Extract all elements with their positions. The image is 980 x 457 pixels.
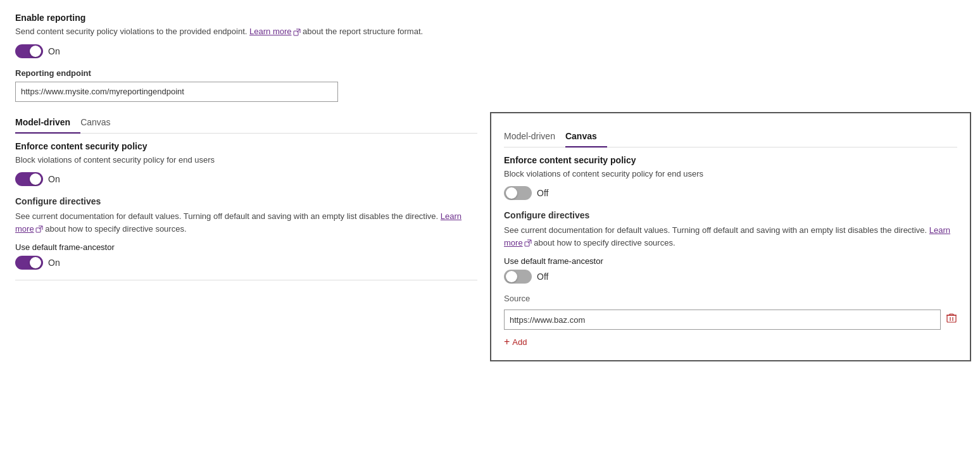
left-configure-title: Configure directives [15, 196, 477, 206]
right-configure-desc-end: about how to specify directive sources. [532, 238, 675, 247]
left-enforce-csp: Enforce content security policy Block vi… [15, 141, 477, 187]
right-source-section: Source + Add [504, 294, 957, 347]
enable-reporting-toggle-row: On [15, 44, 965, 58]
reporting-endpoint-input[interactable] [15, 82, 338, 102]
left-use-default-toggle[interactable] [15, 256, 43, 270]
right-enforce-csp-toggle[interactable] [504, 186, 532, 200]
add-plus-icon: + [504, 336, 510, 347]
left-configure-desc-start: See current documentation for default va… [15, 211, 441, 221]
right-enforce-csp: Enforce content security policy Block vi… [504, 155, 957, 201]
left-use-default-toggle-row: On [15, 256, 477, 270]
right-configure-desc-start: See current documentation for default va… [504, 225, 929, 235]
add-source-button[interactable]: + Add [504, 336, 957, 347]
left-configure-desc: See current documentation for default va… [15, 210, 477, 235]
left-enforce-csp-title: Enforce content security policy [15, 141, 477, 151]
right-source-input[interactable] [504, 310, 941, 330]
add-source-label: Add [512, 337, 527, 347]
delete-source-icon[interactable] [946, 313, 957, 327]
right-configure-title: Configure directives [504, 210, 957, 220]
left-configure-directives: Configure directives See current documen… [15, 196, 477, 270]
enable-reporting-toggle-label: On [48, 46, 60, 56]
left-divider [15, 280, 477, 280]
left-enforce-csp-toggle[interactable] [15, 172, 43, 186]
tab-canvas-left[interactable]: Canvas [80, 112, 120, 134]
right-panel: Model-driven Canvas Enforce content secu… [490, 112, 971, 362]
right-use-default-toggle[interactable] [504, 270, 532, 284]
enable-reporting-toggle[interactable] [15, 44, 43, 58]
right-source-input-row [504, 310, 957, 330]
svg-rect-6 [947, 315, 956, 322]
left-configure-desc-end: about how to specify directive sources. [43, 224, 187, 234]
right-configure-ext-icon [524, 239, 532, 247]
right-source-label: Source [504, 294, 957, 303]
left-enforce-csp-toggle-row: On [15, 172, 477, 186]
enable-reporting-desc-end: about the report structure format. [301, 27, 424, 36]
enable-reporting-desc: Send content security policy violations … [15, 25, 965, 38]
tab-model-driven-left-label: Model-driven [15, 117, 70, 127]
left-use-default-label: Use default frame-ancestor [15, 242, 477, 252]
tab-model-driven-right[interactable]: Model-driven [504, 126, 565, 147]
tab-model-driven-left[interactable]: Model-driven [15, 112, 80, 134]
left-use-default-toggle-label: On [48, 258, 60, 268]
left-enforce-csp-toggle-label: On [48, 174, 60, 184]
reporting-endpoint-section: Reporting endpoint [15, 68, 965, 102]
left-enforce-csp-desc: Block violations of content security pol… [15, 154, 477, 166]
right-use-default-toggle-row: Off [504, 270, 957, 284]
enable-reporting-learn-more[interactable]: Learn more [249, 27, 291, 36]
right-configure-directives: Configure directives See current documen… [504, 210, 957, 347]
reporting-endpoint-label: Reporting endpoint [15, 68, 965, 78]
enable-reporting-title: Enable reporting [15, 13, 965, 23]
tab-canvas-left-label: Canvas [80, 117, 110, 127]
right-enforce-csp-title: Enforce content security policy [504, 155, 957, 165]
right-use-default-label: Use default frame-ancestor [504, 256, 957, 266]
right-enforce-csp-toggle-row: Off [504, 186, 957, 200]
tab-model-driven-right-label: Model-driven [504, 131, 555, 141]
right-use-default-section: Use default frame-ancestor Off [504, 256, 957, 284]
tab-canvas-right[interactable]: Canvas [565, 126, 607, 147]
left-configure-ext-icon [35, 225, 43, 233]
external-link-icon [293, 28, 301, 36]
tab-canvas-right-label: Canvas [565, 131, 597, 141]
right-use-default-toggle-label: Off [537, 272, 548, 282]
enable-reporting-desc-start: Send content security policy violations … [15, 27, 249, 36]
left-tabs: Model-driven Canvas [15, 112, 477, 134]
left-panel: Model-driven Canvas Enforce content secu… [15, 112, 490, 362]
enable-reporting-section: Enable reporting Send content security p… [15, 13, 965, 58]
right-configure-desc: See current documentation for default va… [504, 224, 957, 249]
main-layout: Model-driven Canvas Enforce content secu… [15, 112, 965, 362]
right-enforce-csp-desc: Block violations of content security pol… [504, 168, 957, 180]
right-tabs: Model-driven Canvas [504, 126, 957, 147]
right-enforce-csp-toggle-label: Off [537, 188, 548, 198]
